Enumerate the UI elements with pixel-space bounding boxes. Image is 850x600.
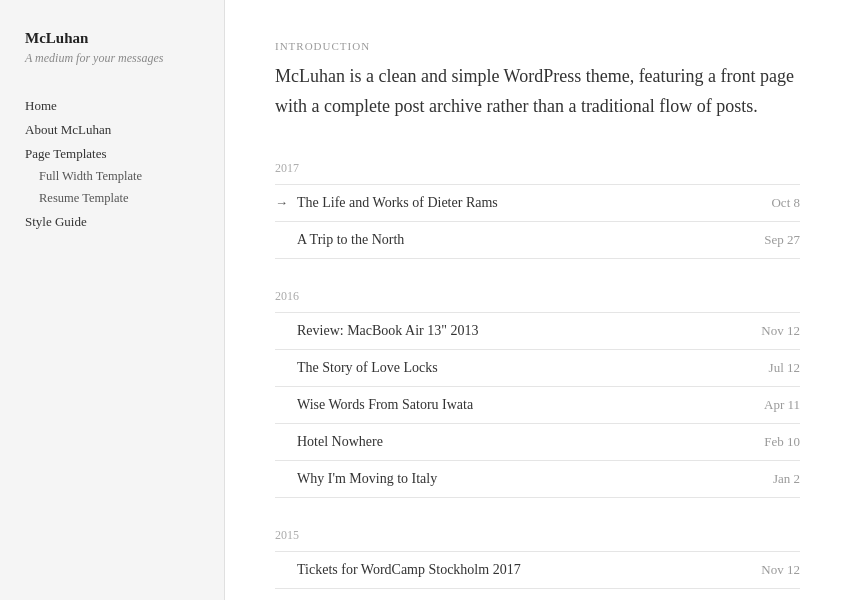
post-date: Nov 12 [761,323,800,339]
sidebar-nav-link[interactable]: Style Guide [25,214,87,229]
post-arrow-icon: → [275,195,289,211]
post-date: Sep 27 [764,232,800,248]
post-title: Tickets for WordCamp Stockholm 2017 [297,562,521,578]
sidebar-nav-sub-link[interactable]: Resume Template [39,191,129,205]
year-section: 2015Tickets for WordCamp Stockholm 2017N… [275,528,800,600]
post-left: The Story of Love Locks [275,360,438,376]
post-list: Review: MacBook Air 13" 2013Nov 12The St… [275,312,800,498]
post-item[interactable]: Review: MacBook Air 13" 2013Nov 12 [275,313,800,350]
post-date: Apr 11 [764,397,800,413]
year-label: 2016 [275,289,800,304]
intro-label: Introduction [275,40,800,52]
post-left: A Trip to the North [275,232,404,248]
post-date: Jul 12 [769,360,800,376]
post-title: A Trip to the North [297,232,404,248]
post-left: Hotel Nowhere [275,434,383,450]
sidebar-nav-item: Style Guide [25,212,199,230]
year-section: 2017→The Life and Works of Dieter RamsOc… [275,161,800,259]
sidebar-nav-link[interactable]: Page Templates [25,146,107,161]
sidebar-nav-item: Page TemplatesFull Width TemplateResume … [25,144,199,206]
year-section: 2016Review: MacBook Air 13" 2013Nov 12Th… [275,289,800,498]
sidebar-nav-item: About McLuhan [25,120,199,138]
post-date: Nov 12 [761,562,800,578]
post-item[interactable]: →The Life and Works of Dieter RamsOct 8 [275,185,800,222]
site-title: McLuhan [25,30,199,47]
post-date: Oct 8 [771,195,800,211]
post-item[interactable]: The Story of Love LocksJul 12 [275,350,800,387]
site-tagline: A medium for your messages [25,51,199,66]
post-left: Wise Words From Satoru Iwata [275,397,473,413]
post-title: Why I'm Moving to Italy [297,471,437,487]
post-item[interactable]: Hamilton Ice Doo ReleasedJul 11 [275,589,800,600]
post-title: Review: MacBook Air 13" 2013 [297,323,478,339]
sidebar-nav-sub-item: Resume Template [39,188,199,206]
sidebar-nav-link[interactable]: About McLuhan [25,122,111,137]
post-list: Tickets for WordCamp Stockholm 2017Nov 1… [275,551,800,600]
intro-text: McLuhan is a clean and simple WordPress … [275,62,800,121]
year-label: 2015 [275,528,800,543]
post-item[interactable]: Tickets for WordCamp Stockholm 2017Nov 1… [275,552,800,589]
post-list: →The Life and Works of Dieter RamsOct 8A… [275,184,800,259]
post-left: Review: MacBook Air 13" 2013 [275,323,478,339]
post-left: Tickets for WordCamp Stockholm 2017 [275,562,521,578]
main-content: Introduction McLuhan is a clean and simp… [225,0,850,600]
post-date: Feb 10 [764,434,800,450]
sidebar-nav-link[interactable]: Home [25,98,57,113]
post-title: The Life and Works of Dieter Rams [297,195,498,211]
post-item[interactable]: Why I'm Moving to ItalyJan 2 [275,461,800,498]
sidebar: McLuhan A medium for your messages HomeA… [0,0,225,600]
sidebar-nav: HomeAbout McLuhanPage TemplatesFull Widt… [25,96,199,230]
post-title: Hotel Nowhere [297,434,383,450]
post-item[interactable]: Hotel NowhereFeb 10 [275,424,800,461]
post-item[interactable]: A Trip to the NorthSep 27 [275,222,800,259]
sidebar-nav-sub-link[interactable]: Full Width Template [39,169,142,183]
post-date: Jan 2 [773,471,800,487]
sidebar-nav-item: Home [25,96,199,114]
post-left: →The Life and Works of Dieter Rams [275,195,498,211]
post-title: The Story of Love Locks [297,360,438,376]
post-left: Why I'm Moving to Italy [275,471,437,487]
year-label: 2017 [275,161,800,176]
post-title: Wise Words From Satoru Iwata [297,397,473,413]
post-item[interactable]: Wise Words From Satoru IwataApr 11 [275,387,800,424]
sidebar-nav-sub-item: Full Width Template [39,166,199,184]
